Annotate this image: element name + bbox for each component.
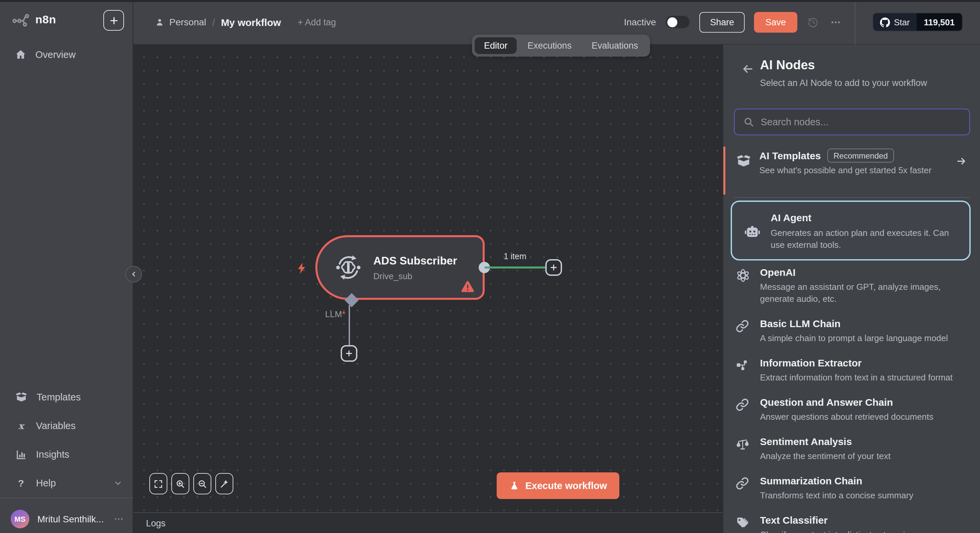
fit-view-button[interactable] (150, 473, 167, 494)
panel-title: AI Nodes (760, 58, 815, 73)
node-item-title: OpenAI (760, 266, 970, 279)
sidebar-item[interactable]: Templates (0, 386, 133, 408)
node-list-item[interactable]: Sentiment Analysis Analyze the sentiment… (735, 435, 970, 462)
ai-templates-title: AI Templates (759, 150, 821, 161)
connection-line[interactable] (485, 266, 545, 268)
sidebar-item[interactable]: Insights (0, 444, 133, 465)
logs-label: Logs (146, 518, 165, 528)
tab[interactable]: Evaluations (582, 37, 648, 54)
node-search[interactable] (734, 109, 970, 135)
node-list-item[interactable]: Information Extractor Extract informatio… (735, 357, 970, 384)
user-menu[interactable]: MS Mritul Senthilk... (0, 505, 133, 533)
node-list-item[interactable]: Basic LLM Chain A simple chain to prompt… (735, 317, 970, 344)
chain-icon (735, 317, 751, 344)
arrow-right-icon (955, 155, 967, 167)
canvas-controls (150, 473, 233, 494)
sidebar-item-label: Help (36, 478, 56, 489)
chain-icon (735, 474, 751, 502)
more-options-icon[interactable] (829, 16, 843, 28)
tab[interactable]: Executions (518, 37, 581, 54)
back-arrow-icon[interactable] (741, 62, 755, 76)
save-button[interactable]: Save (754, 12, 797, 32)
connection-items-label: 1 item (487, 252, 543, 261)
search-icon (743, 117, 754, 127)
node-item-title: Question and Answer Chain (760, 396, 933, 409)
node-item-description: Classify your text into distinct categor… (760, 529, 914, 533)
robot-icon (743, 222, 761, 241)
sidebar-divider (0, 498, 133, 498)
sidebar-item-overview[interactable]: Overview (0, 44, 133, 65)
sidebar-bottom-items: Templates x Variables Insights (0, 386, 133, 501)
node-item-title: Sentiment Analysis (760, 435, 891, 448)
search-input[interactable] (760, 117, 961, 127)
panel-subtitle: Select an AI Node to add to your workflo… (760, 78, 927, 88)
breadcrumb-project[interactable]: Personal (155, 17, 206, 27)
zoom-out-button[interactable] (193, 473, 212, 494)
svg-text:?: ? (18, 477, 24, 489)
window-top-strip (0, 0, 980, 2)
node-title: ADS Subscriber (373, 254, 457, 267)
sidebar-collapse-button[interactable] (125, 266, 142, 282)
active-toggle[interactable] (665, 15, 690, 29)
app-title: n8n (35, 13, 56, 26)
sidebar: n8n Overview Templates (0, 0, 133, 533)
logs-panel-header[interactable]: Logs (133, 512, 723, 533)
node-list-item[interactable]: Summarization Chain Transforms text into… (735, 474, 970, 502)
sidebar-item[interactable]: x Variables (0, 415, 133, 436)
required-marker: * (342, 309, 345, 319)
node-subtitle: Drive_sub (373, 271, 457, 281)
tag-icon (735, 514, 751, 533)
chevron-down-icon (113, 478, 123, 488)
ai-templates-row[interactable]: AI Templates Recommended See what's poss… (723, 144, 980, 187)
node-item-title: Basic LLM Chain (760, 317, 948, 330)
home-icon (15, 49, 27, 60)
zoom-in-button[interactable] (171, 473, 189, 494)
box-icon (15, 390, 28, 404)
toggle-knob (667, 17, 677, 27)
ai-agent-item-highlighted[interactable]: AI Agent Generates an action plan and ex… (731, 201, 970, 260)
n8n-logo[interactable]: n8n (12, 11, 56, 29)
node-ads-subscriber[interactable]: ADS Subscriber Drive_sub (315, 235, 485, 300)
node-list-item[interactable]: Question and Answer Chain Answer questio… (735, 396, 970, 423)
brain-sync-icon (332, 252, 364, 283)
trigger-pin-icon (295, 260, 308, 276)
variables-icon: x (15, 419, 27, 432)
user-options-icon[interactable] (113, 514, 124, 524)
openai-icon (735, 266, 751, 305)
node-list: OpenAI Message an assistant or GPT, anal… (723, 266, 980, 533)
panel-divider (734, 197, 970, 198)
github-star-label: Star (894, 17, 910, 27)
plus-icon (108, 15, 119, 25)
svg-text:x: x (18, 420, 25, 431)
node-list-item[interactable]: OpenAI Message an assistant or GPT, anal… (735, 266, 970, 305)
new-workflow-button[interactable] (103, 10, 124, 31)
github-star-count: 119,501 (916, 13, 962, 31)
workflow-title[interactable]: My workflow (221, 16, 281, 28)
history-icon[interactable] (807, 16, 819, 28)
ai-agent-description: Generates an action plan and executes it… (771, 227, 963, 251)
node-list-item[interactable]: Text Classifier Classify your text into … (735, 514, 970, 533)
github-star-widget[interactable]: Star 119,501 (873, 13, 963, 31)
sidebar-item-label: Variables (36, 420, 76, 431)
add-node-button-output[interactable] (545, 259, 562, 276)
n8n-app: n8n Overview Templates (0, 0, 980, 533)
sidebar-item-label: Insights (36, 449, 69, 460)
tidy-up-button[interactable] (215, 473, 233, 494)
add-node-button-llm[interactable] (340, 345, 357, 362)
execute-workflow-button[interactable]: Execute workflow (497, 473, 620, 499)
node-llm-input-connector[interactable] (345, 293, 359, 307)
node-item-description: Extract information from text in a struc… (760, 372, 953, 384)
share-button[interactable]: Share (699, 12, 745, 32)
sidebar-item-label: Overview (35, 49, 76, 60)
workflow-status-label: Inactive (624, 17, 656, 27)
node-item-description: Message an assistant or GPT, analyze ima… (760, 281, 970, 305)
add-tag-button[interactable]: + Add tag (298, 17, 336, 27)
tab[interactable]: Editor (475, 37, 517, 54)
node-item-description: Answer questions about retrieved documen… (760, 411, 933, 423)
n8n-logo-icon (12, 11, 30, 29)
insights-icon (15, 448, 27, 461)
header-divider (855, 0, 855, 44)
user-name: Mritul Senthilk... (37, 514, 105, 524)
sidebar-item[interactable]: ? Help (0, 473, 133, 494)
extractor-icon (735, 357, 751, 384)
